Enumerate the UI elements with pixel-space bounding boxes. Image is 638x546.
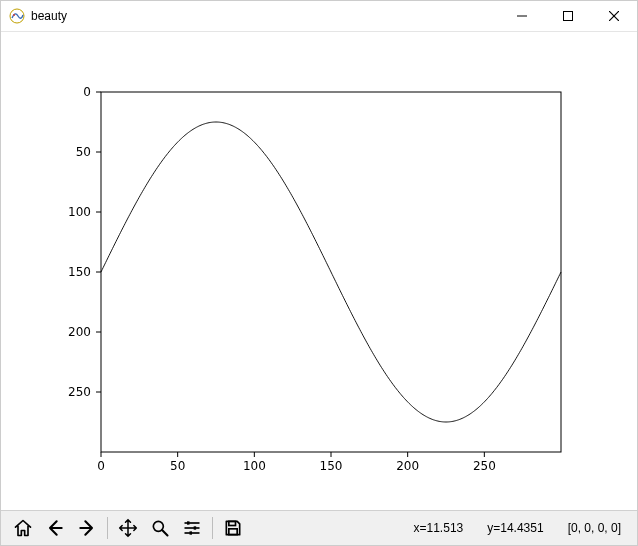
maximize-button[interactable] [545,1,591,31]
status-y: y=14.4351 [487,521,543,535]
svg-text:0: 0 [97,459,105,473]
close-button[interactable] [591,1,637,31]
status-bar: x=11.513 y=14.4351 [0, 0, 0, 0] [414,521,631,535]
save-icon [223,518,243,538]
app-window: beauty 050100150200250050100150200250 [0,0,638,546]
svg-text:150: 150 [320,459,343,473]
window-title: beauty [31,9,67,23]
subplots-button[interactable] [177,513,207,543]
toolbar: x=11.513 y=14.4351 [0, 0, 0, 0] [1,510,637,545]
svg-text:100: 100 [243,459,266,473]
app-icon [9,8,25,24]
toolbar-separator [107,517,108,539]
titlebar: beauty [1,1,637,32]
svg-text:200: 200 [68,325,91,339]
arrow-left-icon [45,518,65,538]
back-button[interactable] [40,513,70,543]
pan-button[interactable] [113,513,143,543]
svg-text:0: 0 [83,85,91,99]
svg-text:150: 150 [68,265,91,279]
svg-text:50: 50 [170,459,185,473]
svg-rect-37 [194,526,197,529]
zoom-button[interactable] [145,513,175,543]
svg-rect-3 [564,12,573,21]
forward-button[interactable] [72,513,102,543]
svg-rect-40 [229,529,237,535]
svg-rect-36 [187,521,190,524]
svg-rect-38 [190,531,193,534]
zoom-icon [150,518,170,538]
status-x: x=11.513 [414,521,464,535]
svg-text:50: 50 [76,145,91,159]
plot-area[interactable]: 050100150200250050100150200250 [1,32,637,510]
svg-text:200: 200 [396,459,419,473]
svg-point-1 [13,14,15,16]
minimize-button[interactable] [499,1,545,31]
save-button[interactable] [218,513,248,543]
home-icon [13,518,33,538]
move-icon [118,518,138,538]
svg-rect-39 [229,521,236,525]
plot-canvas: 050100150200250050100150200250 [1,32,637,512]
toolbar-separator [212,517,213,539]
svg-text:250: 250 [68,385,91,399]
svg-line-32 [162,530,167,535]
svg-text:100: 100 [68,205,91,219]
home-button[interactable] [8,513,38,543]
sliders-icon [182,518,202,538]
arrow-right-icon [77,518,97,538]
svg-text:250: 250 [473,459,496,473]
status-extra: [0, 0, 0, 0] [568,521,621,535]
